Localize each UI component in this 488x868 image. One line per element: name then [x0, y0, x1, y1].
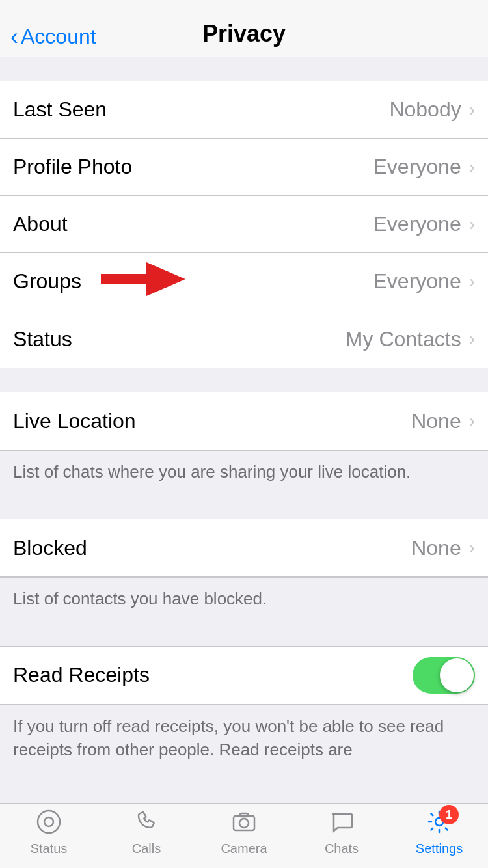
- last-seen-value: Nobody ›: [389, 98, 475, 122]
- page-title: Privacy: [202, 20, 286, 47]
- toggle-knob: [440, 658, 474, 692]
- settings-tab-icon: 1: [426, 809, 452, 839]
- read-receipts-toggle[interactable]: [413, 657, 475, 694]
- section-gap-mid1: [0, 368, 488, 392]
- read-receipts-description: If you turn off read receipts, you won't…: [0, 705, 488, 774]
- section-gap-mid3: [0, 623, 488, 646]
- blocked-label: Blocked: [13, 536, 87, 560]
- chevron-icon: ›: [469, 411, 475, 431]
- read-receipts-row[interactable]: Read Receipts: [0, 647, 488, 704]
- status-row[interactable]: Status My Contacts ›: [0, 310, 488, 368]
- tab-bar: Status Calls Camera Chats: [0, 803, 488, 868]
- profile-photo-label: Profile Photo: [13, 155, 132, 179]
- chevron-icon: ›: [469, 537, 475, 558]
- tab-settings[interactable]: 1 Settings: [390, 809, 488, 856]
- live-location-row[interactable]: Live Location None ›: [0, 392, 488, 450]
- svg-marker-0: [101, 262, 185, 296]
- tab-calls-label: Calls: [132, 841, 161, 856]
- privacy-settings-group: Last Seen Nobody › Profile Photo Everyon…: [0, 81, 488, 368]
- status-value: My Contacts ›: [346, 327, 475, 351]
- settings-badge-container: 1: [426, 809, 452, 839]
- groups-row[interactable]: Groups Everyone ›: [0, 253, 488, 310]
- about-row[interactable]: About Everyone ›: [0, 196, 488, 253]
- settings-badge: 1: [439, 805, 459, 824]
- camera-tab-icon: [231, 809, 257, 839]
- chevron-icon: ›: [469, 214, 475, 235]
- svg-point-1: [38, 811, 60, 833]
- blocked-row[interactable]: Blocked None ›: [0, 519, 488, 576]
- groups-value: Everyone ›: [373, 269, 475, 293]
- about-label: About: [13, 212, 68, 236]
- red-arrow-annotation: [101, 262, 185, 301]
- svg-point-2: [44, 817, 53, 826]
- svg-point-4: [239, 819, 249, 828]
- tab-camera[interactable]: Camera: [195, 809, 293, 856]
- blocked-group: Blocked None ›: [0, 519, 488, 577]
- tab-status-label: Status: [31, 841, 68, 856]
- tab-chats[interactable]: Chats: [293, 809, 390, 856]
- last-seen-row[interactable]: Last Seen Nobody ›: [0, 81, 488, 139]
- chevron-icon: ›: [469, 329, 475, 349]
- calls-tab-icon: [133, 809, 159, 839]
- nav-bar: ‹ Account Privacy: [0, 0, 488, 57]
- chevron-icon: ›: [469, 100, 475, 120]
- blocked-description: List of contacts you have blocked.: [0, 577, 488, 622]
- tab-calls[interactable]: Calls: [98, 809, 195, 856]
- blocked-value: None ›: [411, 536, 475, 560]
- read-receipts-group: Read Receipts: [0, 646, 488, 705]
- groups-label: Groups: [13, 262, 185, 301]
- back-chevron-icon: ‹: [10, 25, 18, 49]
- tab-chats-label: Chats: [325, 841, 359, 856]
- tab-camera-label: Camera: [221, 841, 267, 856]
- profile-photo-value: Everyone ›: [373, 155, 475, 179]
- back-label: Account: [21, 25, 96, 49]
- chevron-icon: ›: [469, 271, 475, 292]
- live-location-value: None ›: [411, 409, 475, 433]
- read-receipts-label: Read Receipts: [13, 663, 150, 687]
- profile-photo-row[interactable]: Profile Photo Everyone ›: [0, 139, 488, 196]
- chats-tab-icon: [329, 809, 355, 839]
- about-value: Everyone ›: [373, 212, 475, 236]
- tab-status[interactable]: Status: [0, 809, 98, 856]
- svg-rect-5: [240, 813, 248, 817]
- live-location-description: List of chats where you are sharing your…: [0, 450, 488, 495]
- status-label: Status: [13, 327, 72, 351]
- chevron-icon: ›: [469, 157, 475, 178]
- last-seen-label: Last Seen: [13, 98, 107, 122]
- back-button[interactable]: ‹ Account: [10, 25, 96, 49]
- status-tab-icon: [36, 809, 62, 839]
- section-gap-mid2: [0, 495, 488, 519]
- live-location-label: Live Location: [13, 409, 136, 433]
- tab-settings-label: Settings: [416, 841, 463, 856]
- live-location-group: Live Location None ›: [0, 392, 488, 450]
- section-gap-top: [0, 57, 488, 81]
